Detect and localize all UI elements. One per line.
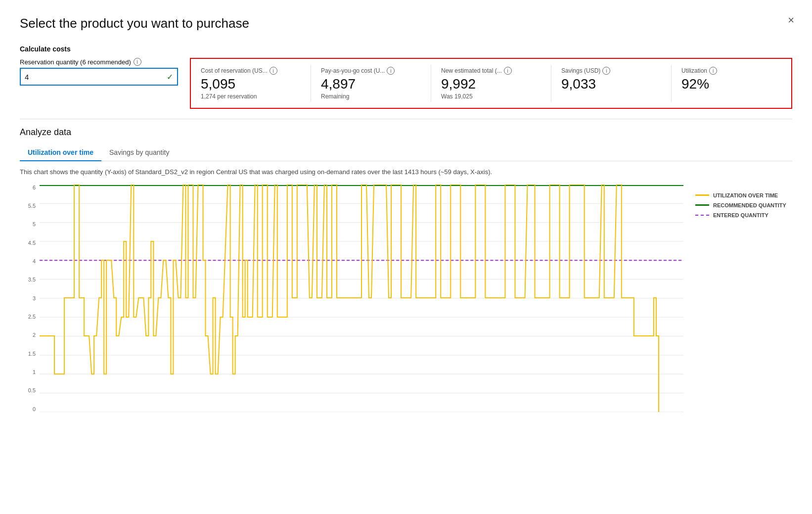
metric-info-icon-2[interactable]: i [504, 67, 512, 75]
tab-utilization-over-time[interactable]: Utilization over time [20, 144, 101, 161]
metric-item-4: Utilization i 92% [672, 65, 791, 102]
legend: UTILIZATION OVER TIME RECOMMENDED QUANTI… [683, 185, 792, 412]
analyze-section: Analyze data Utilization over time Savin… [20, 127, 792, 412]
legend-color-utilization [695, 194, 709, 196]
metric-header-4: Utilization i [681, 67, 781, 75]
legend-color-entered [695, 215, 709, 216]
metric-header-2: New estimated total (... i [441, 67, 541, 75]
section-divider [20, 119, 792, 119]
y-axis-label: 4 [33, 258, 36, 264]
metric-info-icon-0[interactable]: i [270, 67, 277, 75]
calculate-label: Calculate costs [20, 45, 792, 53]
y-axis: 65.554.543.532.521.510.50 [20, 185, 40, 412]
legend-color-recommended [695, 204, 709, 206]
metric-value-3: 9,033 [561, 77, 661, 92]
metric-sub-2: Was 19,025 [441, 93, 541, 100]
y-axis-label: 2.5 [28, 314, 36, 320]
quantity-input-wrapper: ✓ [20, 68, 178, 86]
y-axis-label: 3.5 [28, 277, 36, 282]
metric-item-0: Cost of reservation (US... i 5,095 1,274… [191, 65, 311, 102]
y-axis-label: 0 [33, 406, 36, 412]
chart-description: This chart shows the quantity (Y-axis) o… [20, 168, 792, 176]
metric-item-3: Savings (USD) i 9,033 [551, 65, 672, 102]
metric-value-0: 5,095 [201, 77, 301, 92]
tab-bar: Utilization over time Savings by quantit… [20, 144, 792, 161]
quantity-input[interactable] [25, 73, 167, 81]
y-axis-label: 2 [33, 332, 36, 338]
metrics-box: Cost of reservation (US... i 5,095 1,274… [190, 58, 792, 109]
y-axis-label: 1 [33, 369, 36, 375]
metric-header-3: Savings (USD) i [561, 67, 661, 75]
y-axis-label: 6 [33, 185, 36, 190]
y-axis-label: 1.5 [28, 351, 36, 357]
metric-header-0: Cost of reservation (US... i [201, 67, 301, 75]
legend-label-utilization: UTILIZATION OVER TIME [713, 192, 778, 198]
legend-item-entered: ENTERED QUANTITY [695, 212, 792, 218]
metric-info-icon-4[interactable]: i [709, 67, 717, 75]
metric-info-icon-1[interactable]: i [387, 67, 395, 75]
metric-item-2: New estimated total (... i 9,992 Was 19,… [431, 65, 551, 102]
metric-info-icon-3[interactable]: i [602, 67, 610, 75]
y-axis-label: 4.5 [28, 240, 36, 246]
chart-container: Jun 7 Jun 14 Jun 21 Jun 28 Jul 5 Jul 12 … [40, 185, 683, 412]
metric-sub-0: 1,274 per reservation [201, 93, 301, 100]
analyze-title: Analyze data [20, 127, 792, 138]
y-axis-label: 0.5 [28, 387, 36, 393]
legend-item-recommended: RECOMMENDED QUANTITY [695, 202, 792, 208]
calculate-section: Calculate costs Reservation quantity (6 … [20, 45, 792, 109]
metric-value-1: 4,897 [321, 77, 421, 92]
y-axis-label: 5 [33, 221, 36, 227]
chart-svg: Jun 7 Jun 14 Jun 21 Jun 28 Jul 5 Jul 12 … [40, 185, 683, 412]
y-axis-label: 5.5 [28, 203, 36, 209]
tab-savings-by-quantity[interactable]: Savings by quantity [101, 144, 177, 161]
input-row: Reservation quantity (6 recommended) i ✓… [20, 58, 792, 109]
y-axis-label: 3 [33, 295, 36, 301]
metric-value-2: 9,992 [441, 77, 541, 92]
check-icon: ✓ [167, 72, 173, 82]
close-button[interactable]: × [788, 14, 794, 27]
metric-sub-1: Remaining [321, 93, 421, 100]
chart-area: 65.554.543.532.521.510.50 [20, 185, 792, 412]
metric-item-1: Pay-as-you-go cost (U... i 4,897 Remaini… [311, 65, 431, 102]
legend-item-utilization: UTILIZATION OVER TIME [695, 192, 792, 198]
input-group: Reservation quantity (6 recommended) i ✓ [20, 58, 178, 86]
metric-value-4: 92% [681, 77, 781, 92]
legend-label-recommended: RECOMMENDED QUANTITY [713, 202, 786, 208]
reservation-qty-info-icon[interactable]: i [134, 58, 141, 66]
legend-label-entered: ENTERED QUANTITY [713, 212, 768, 218]
page-title: Select the product you want to purchase [20, 16, 792, 31]
input-label: Reservation quantity (6 recommended) i [20, 58, 178, 66]
metric-header-1: Pay-as-you-go cost (U... i [321, 67, 421, 75]
